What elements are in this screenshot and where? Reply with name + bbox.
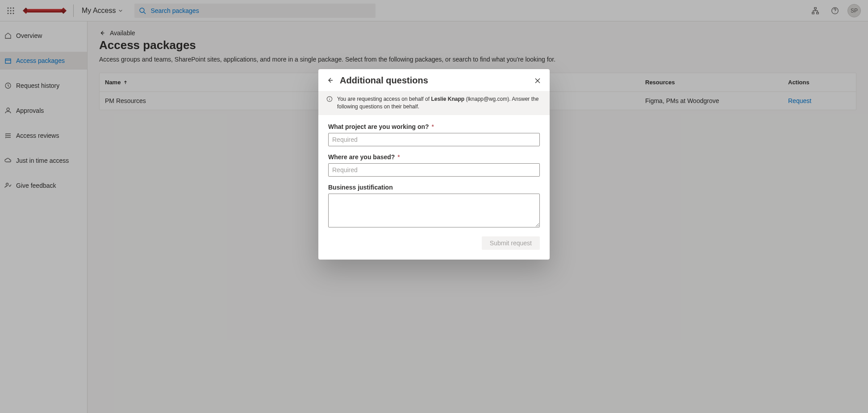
arrow-left-icon — [326, 77, 334, 84]
q3-label: Business justification — [328, 184, 540, 191]
modal-back-button[interactable] — [326, 77, 334, 85]
location-input[interactable] — [328, 163, 540, 177]
required-mark: * — [396, 153, 400, 161]
project-input[interactable] — [328, 133, 540, 146]
info-prefix: You are requesting access on behalf of — [337, 96, 431, 102]
modal-info-text: You are requesting access on behalf of L… — [337, 95, 542, 111]
modal-close-button[interactable] — [534, 77, 542, 85]
modal-header: Additional questions — [318, 69, 550, 91]
q2-label: Where are you based? * — [328, 153, 540, 161]
info-name: Leslie Knapp — [431, 96, 464, 102]
submit-request-button[interactable]: Submit request — [482, 236, 540, 250]
field-location: Where are you based? * — [328, 153, 540, 177]
field-justification: Business justification — [328, 184, 540, 229]
close-icon — [534, 77, 541, 84]
required-mark: * — [430, 123, 434, 130]
modal-footer: Submit request — [318, 232, 550, 260]
additional-questions-modal: Additional questions You are requesting … — [318, 69, 550, 260]
field-project: What project are you working on? * — [328, 123, 540, 146]
svg-point-22 — [329, 98, 330, 98]
q1-label: What project are you working on? * — [328, 123, 540, 130]
justification-textarea[interactable] — [328, 194, 540, 227]
modal-info-banner: You are requesting access on behalf of L… — [318, 91, 550, 115]
info-icon — [326, 96, 333, 102]
modal-body: What project are you working on? * Where… — [318, 115, 550, 232]
modal-title: Additional questions — [340, 75, 528, 86]
